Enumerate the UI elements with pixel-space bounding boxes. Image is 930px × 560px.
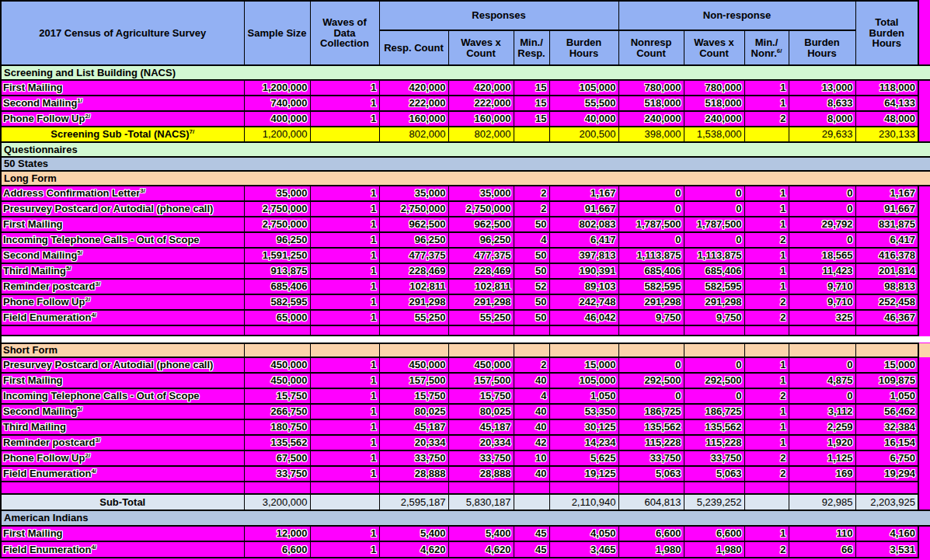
cell-sample-size[interactable]: 1,591,250 bbox=[244, 248, 310, 263]
cell-nonresp-waves-x-count[interactable]: 685,406 bbox=[684, 263, 744, 279]
row-label-cell[interactable]: First Mailing bbox=[1, 373, 244, 388]
cell-nonresp-burden-hours[interactable] bbox=[789, 343, 855, 357]
cell-total-burden-hours[interactable]: 831,875 bbox=[855, 217, 918, 232]
cell-nonresp-burden-hours[interactable]: 18,565 bbox=[789, 248, 855, 263]
cell-nonresp-waves-x-count[interactable]: 6,600 bbox=[684, 526, 744, 541]
cell-min-per-nonresp[interactable]: 1 bbox=[744, 419, 789, 435]
row-label-cell[interactable]: Presurvey Postcard or Autodial (phone ca… bbox=[1, 357, 244, 373]
cell-sample-size[interactable]: 450,000 bbox=[244, 373, 310, 388]
col-header-nonresp-waves-x-count[interactable]: Waves x Count bbox=[684, 30, 744, 65]
cell-nonresp-count[interactable]: 292,500 bbox=[618, 373, 684, 388]
cell-nonresp-waves-x-count[interactable] bbox=[684, 325, 744, 336]
cell-min-per-nonresp[interactable]: 1 bbox=[744, 96, 789, 111]
cell-waves-of-data-collection[interactable]: 1 bbox=[310, 96, 379, 111]
cell-resp-burden-hours[interactable]: 91,667 bbox=[549, 201, 618, 217]
cell-resp-burden-hours[interactable]: 89,103 bbox=[549, 279, 618, 294]
cell-nonresp-burden-hours[interactable]: 0 bbox=[789, 186, 855, 201]
cell-resp-burden-hours[interactable]: 55,500 bbox=[549, 96, 618, 111]
cell-min-per-nonresp[interactable]: 1 bbox=[744, 357, 789, 373]
cell-resp-waves-x-count[interactable]: 222,000 bbox=[448, 96, 514, 111]
col-header-total-burden-hours[interactable]: Total Burden Hours bbox=[855, 1, 918, 65]
cell-nonresp-waves-x-count[interactable]: 292,500 bbox=[684, 373, 744, 388]
col-header-resp-burden-hours[interactable]: Burden Hours bbox=[549, 30, 618, 65]
cell-waves-of-data-collection[interactable]: 1 bbox=[310, 217, 379, 232]
cell-resp-count[interactable]: 802,000 bbox=[379, 127, 448, 142]
cell-resp-waves-x-count[interactable]: 28,888 bbox=[448, 466, 514, 482]
cell-waves-of-data-collection[interactable]: 1 bbox=[310, 111, 379, 127]
cell-min-per-resp[interactable]: 15 bbox=[514, 96, 549, 111]
cell-resp-count[interactable]: 228,469 bbox=[379, 263, 448, 279]
row-label-cell[interactable]: Third Mailing bbox=[1, 419, 244, 435]
cell-resp-count[interactable]: 2,750,000 bbox=[379, 201, 448, 217]
cell-resp-waves-x-count[interactable]: 102,811 bbox=[448, 279, 514, 294]
cell-min-per-nonresp[interactable] bbox=[744, 343, 789, 357]
cell-nonresp-burden-hours[interactable]: 8,633 bbox=[789, 96, 855, 111]
cell-nonresp-burden-hours[interactable]: 29,792 bbox=[789, 217, 855, 232]
cell-nonresp-count[interactable]: 604,813 bbox=[618, 494, 684, 510]
row-label-cell[interactable]: First Mailing bbox=[1, 526, 244, 541]
cell-nonresp-count[interactable]: 582,595 bbox=[618, 279, 684, 294]
cell-sample-size[interactable]: 450,000 bbox=[244, 357, 310, 373]
cell-waves-of-data-collection[interactable]: 1 bbox=[310, 404, 379, 419]
cell-min-per-resp[interactable]: 50 bbox=[514, 248, 549, 263]
row-label-cell[interactable]: Presurvey Postcard or Autodial (phone ca… bbox=[1, 201, 244, 217]
cell-sample-size[interactable]: 12,000 bbox=[244, 526, 310, 541]
cell-waves-of-data-collection[interactable] bbox=[310, 325, 379, 336]
cell-nonresp-count[interactable]: 398,000 bbox=[618, 127, 684, 142]
cell-resp-count[interactable]: 80,025 bbox=[379, 404, 448, 419]
cell-min-per-resp[interactable] bbox=[514, 127, 549, 142]
cell-waves-of-data-collection[interactable]: 1 bbox=[310, 388, 379, 404]
cell-nonresp-count[interactable]: 5,063 bbox=[618, 466, 684, 482]
cell-nonresp-burden-hours[interactable]: 8,000 bbox=[789, 111, 855, 127]
cell-resp-count[interactable]: 28,888 bbox=[379, 466, 448, 482]
cell-resp-burden-hours[interactable]: 46,042 bbox=[549, 310, 618, 325]
cell-nonresp-count[interactable]: 780,000 bbox=[618, 80, 684, 96]
col-header-nonresp-burden-hours[interactable]: Burden Hours bbox=[789, 30, 855, 65]
cell-sample-size[interactable]: 6,600 bbox=[244, 541, 310, 558]
cell-waves-of-data-collection[interactable]: 1 bbox=[310, 310, 379, 325]
cell-total-burden-hours[interactable]: 416,378 bbox=[855, 248, 918, 263]
cell-sample-size[interactable]: 913,875 bbox=[244, 263, 310, 279]
cell-nonresp-waves-x-count[interactable]: 135,562 bbox=[684, 419, 744, 435]
cell-nonresp-burden-hours[interactable]: 3,112 bbox=[789, 404, 855, 419]
cell-resp-waves-x-count[interactable]: 15,750 bbox=[448, 388, 514, 404]
cell-nonresp-count[interactable]: 33,750 bbox=[618, 450, 684, 466]
row-label-cell[interactable]: Second Mailing5/ bbox=[1, 404, 244, 419]
cell-waves-of-data-collection[interactable]: 1 bbox=[310, 526, 379, 541]
cell-waves-of-data-collection[interactable] bbox=[310, 482, 379, 494]
cell-sample-size[interactable]: 135,562 bbox=[244, 435, 310, 450]
cell-nonresp-burden-hours[interactable]: 169 bbox=[789, 466, 855, 482]
cell-nonresp-count[interactable] bbox=[618, 343, 684, 357]
cell-resp-waves-x-count[interactable]: 5,830,187 bbox=[448, 494, 514, 510]
cell-min-per-nonresp[interactable]: 1 bbox=[744, 248, 789, 263]
cell-nonresp-count[interactable]: 1,113,875 bbox=[618, 248, 684, 263]
cell-min-per-nonresp[interactable]: 1 bbox=[744, 201, 789, 217]
cell-sample-size[interactable]: 1,200,000 bbox=[244, 80, 310, 96]
cell-nonresp-waves-x-count[interactable]: 0 bbox=[684, 388, 744, 404]
cell-resp-count[interactable] bbox=[379, 482, 448, 494]
section-header-cell[interactable]: Questionnaires bbox=[1, 142, 930, 157]
cell-min-per-resp[interactable]: 40 bbox=[514, 404, 549, 419]
cell-nonresp-burden-hours[interactable]: 92,985 bbox=[789, 494, 855, 510]
cell-resp-burden-hours[interactable]: 40,000 bbox=[549, 111, 618, 127]
row-label-cell[interactable]: Incoming Telephone Calls - Out of Scope bbox=[1, 388, 244, 404]
cell-nonresp-burden-hours[interactable]: 13,000 bbox=[789, 80, 855, 96]
cell-resp-burden-hours[interactable]: 6,417 bbox=[549, 232, 618, 248]
cell-resp-burden-hours[interactable]: 14,234 bbox=[549, 435, 618, 450]
cell-total-burden-hours[interactable]: 91,667 bbox=[855, 201, 918, 217]
cell-sample-size[interactable] bbox=[244, 343, 310, 357]
section-header-cell[interactable]: Screening and List Building (NACS) bbox=[1, 65, 930, 80]
cell-sample-size[interactable]: 266,750 bbox=[244, 404, 310, 419]
cell-resp-waves-x-count[interactable]: 450,000 bbox=[448, 357, 514, 373]
cell-total-burden-hours[interactable]: 252,458 bbox=[855, 294, 918, 310]
cell-resp-count[interactable]: 96,250 bbox=[379, 232, 448, 248]
cell-min-per-nonresp[interactable]: 1 bbox=[744, 404, 789, 419]
cell-nonresp-burden-hours[interactable] bbox=[789, 482, 855, 494]
cell-nonresp-waves-x-count[interactable]: 291,298 bbox=[684, 294, 744, 310]
cell-nonresp-count[interactable]: 0 bbox=[618, 186, 684, 201]
cell-resp-count[interactable]: 2,595,187 bbox=[379, 494, 448, 510]
cell-nonresp-waves-x-count[interactable] bbox=[684, 343, 744, 357]
cell-resp-waves-x-count[interactable] bbox=[448, 482, 514, 494]
cell-resp-waves-x-count[interactable]: 96,250 bbox=[448, 232, 514, 248]
cell-nonresp-count[interactable]: 0 bbox=[618, 388, 684, 404]
